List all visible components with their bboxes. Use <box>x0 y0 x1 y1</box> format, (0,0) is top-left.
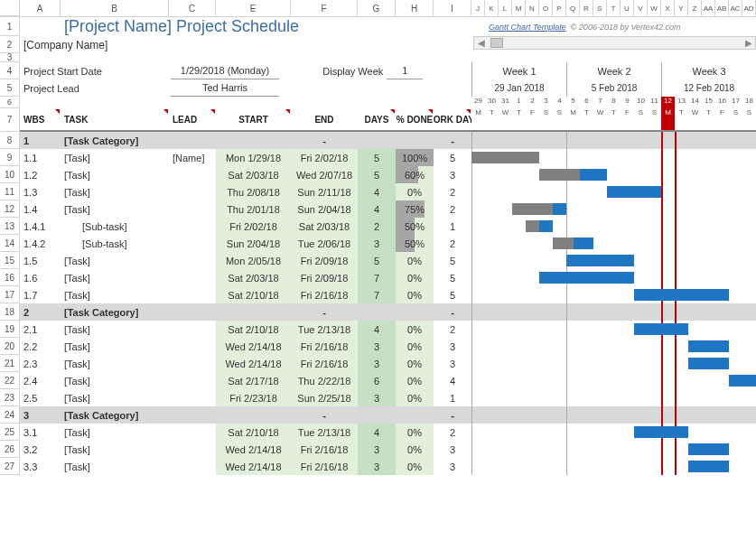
start-cell[interactable]: Sat 2/03/18 <box>216 166 291 183</box>
task-cell[interactable]: [Task] <box>61 166 169 183</box>
lead-cell[interactable] <box>169 235 216 252</box>
start-cell[interactable]: Sun 2/04/18 <box>216 235 291 252</box>
task-cell[interactable]: [Sub-task] <box>61 218 169 235</box>
task-row[interactable]: 263.2[Task]Wed 2/14/18Fri 2/16/1830%3 <box>0 441 756 458</box>
task-cell[interactable]: [Task] <box>61 372 169 389</box>
row-header[interactable]: 26 <box>0 441 20 458</box>
task-row[interactable]: 171.7[Task]Sat 2/10/18Fri 2/16/1870%5 <box>0 286 756 303</box>
work-cell[interactable]: 3 <box>434 441 471 458</box>
start-cell[interactable]: Sat 2/10/18 <box>216 424 291 441</box>
lead-cell[interactable] <box>169 406 216 424</box>
work-cell[interactable]: 2 <box>434 183 471 200</box>
col-header[interactable]: F <box>291 0 358 16</box>
col-header[interactable]: B <box>61 0 169 16</box>
col-header[interactable]: R <box>580 0 593 16</box>
row-header[interactable]: 21 <box>0 355 20 372</box>
wbs-cell[interactable]: 1.7 <box>20 286 61 303</box>
pct-cell[interactable]: 0% <box>396 338 434 355</box>
pct-cell[interactable] <box>396 132 434 149</box>
lead-cell[interactable] <box>169 286 216 303</box>
col-header[interactable]: S <box>593 0 607 16</box>
start-cell[interactable]: Sat 2/10/18 <box>216 321 291 338</box>
task-row[interactable]: 141.4.2[Sub-task]Sun 2/04/18Tue 2/06/183… <box>0 235 756 252</box>
end-cell[interactable]: Fri 2/16/18 <box>291 286 358 303</box>
th-work[interactable]: WORK DAYS <box>434 108 471 132</box>
end-cell[interactable]: Fri 2/09/18 <box>291 252 358 269</box>
col-header[interactable]: AA <box>702 0 715 16</box>
task-row[interactable]: 151.5[Task]Mon 2/05/18Fri 2/09/1850%5 <box>0 252 756 269</box>
end-cell[interactable]: Sun 2/04/18 <box>291 200 358 218</box>
row-header[interactable]: 3 <box>0 53 20 62</box>
category-row[interactable]: 182[Task Category]-- <box>0 303 756 321</box>
days-cell[interactable]: 2 <box>358 218 396 235</box>
scroll-left-icon[interactable]: ◀ <box>474 38 488 48</box>
scroll-thumb[interactable] <box>490 38 503 48</box>
pct-cell[interactable]: 0% <box>396 183 434 200</box>
days-cell[interactable]: 3 <box>358 235 396 252</box>
end-cell[interactable]: Fri 2/02/18 <box>291 149 358 166</box>
days-cell[interactable]: 5 <box>358 166 396 183</box>
task-row[interactable]: 131.4.1[Sub-task]Fri 2/02/18Sat 2/03/182… <box>0 218 756 235</box>
pct-cell[interactable]: 75% <box>396 200 434 218</box>
task-cell[interactable]: [Task] <box>61 183 169 200</box>
wbs-cell[interactable]: 3.3 <box>20 458 61 475</box>
task-cell[interactable]: [Task] <box>61 424 169 441</box>
start-cell[interactable]: Fri 2/23/18 <box>216 389 291 406</box>
pct-cell[interactable]: 0% <box>396 389 434 406</box>
pct-cell[interactable]: 60% <box>396 166 434 183</box>
task-cell[interactable]: [Task] <box>61 252 169 269</box>
end-cell[interactable]: Sun 2/25/18 <box>291 389 358 406</box>
task-row[interactable]: 232.5[Task]Fri 2/23/18Sun 2/25/1830%1 <box>0 389 756 406</box>
days-cell[interactable]: 3 <box>358 389 396 406</box>
lead-cell[interactable] <box>169 252 216 269</box>
wbs-cell[interactable]: 2.1 <box>20 321 61 338</box>
select-all-cell[interactable] <box>0 0 20 16</box>
days-cell[interactable]: 3 <box>358 458 396 475</box>
end-cell[interactable]: Fri 2/16/18 <box>291 441 358 458</box>
task-cell[interactable]: [Task] <box>61 458 169 475</box>
category-row[interactable]: 243[Task Category]-- <box>0 406 756 424</box>
lead-cell[interactable] <box>169 355 216 372</box>
col-header[interactable]: X <box>661 0 675 16</box>
row-header[interactable]: 10 <box>0 166 20 183</box>
lead-cell[interactable] <box>169 389 216 406</box>
th-lead[interactable]: LEAD <box>169 108 216 132</box>
days-cell[interactable]: 4 <box>358 200 396 218</box>
wbs-cell[interactable]: 3.2 <box>20 441 61 458</box>
task-row[interactable]: 101.2[Task]Sat 2/03/18Wed 2/07/18560%3 <box>0 166 756 183</box>
work-cell[interactable]: 5 <box>434 149 471 166</box>
pct-cell[interactable]: 0% <box>396 269 434 286</box>
row-header[interactable]: 14 <box>0 235 20 252</box>
days-cell[interactable] <box>358 303 396 321</box>
work-cell[interactable]: 2 <box>434 200 471 218</box>
task-row[interactable]: 273.3[Task]Wed 2/14/18Fri 2/16/1830%3 <box>0 458 756 475</box>
row-header[interactable]: 5 <box>0 79 20 97</box>
col-header[interactable]: O <box>539 0 553 16</box>
th-pct[interactable]: % DONE <box>396 108 434 132</box>
task-cell[interactable]: [Task] <box>61 441 169 458</box>
display-week-value[interactable]: 1 <box>387 62 423 79</box>
wbs-cell[interactable]: 1.3 <box>20 183 61 200</box>
days-cell[interactable]: 3 <box>358 338 396 355</box>
days-cell[interactable]: 7 <box>358 269 396 286</box>
pct-cell[interactable]: 0% <box>396 424 434 441</box>
wbs-cell[interactable]: 1.4.1 <box>20 218 61 235</box>
start-cell[interactable]: Wed 2/14/18 <box>216 458 291 475</box>
task-cell[interactable]: [Task] <box>61 149 169 166</box>
work-cell[interactable]: 5 <box>434 286 471 303</box>
pct-cell[interactable]: 0% <box>396 372 434 389</box>
wbs-cell[interactable]: 1 <box>20 132 61 149</box>
row-header[interactable]: 17 <box>0 286 20 303</box>
row-header[interactable]: 19 <box>0 321 20 338</box>
start-cell[interactable]: Fri 2/02/18 <box>216 218 291 235</box>
pct-cell[interactable]: 0% <box>396 355 434 372</box>
wbs-cell[interactable]: 1.2 <box>20 166 61 183</box>
start-cell[interactable]: Mon 1/29/18 <box>216 149 291 166</box>
lead-cell[interactable] <box>169 338 216 355</box>
days-cell[interactable]: 6 <box>358 372 396 389</box>
work-cell[interactable]: 5 <box>434 252 471 269</box>
pct-cell[interactable]: 0% <box>396 286 434 303</box>
company-name[interactable]: [Company Name] <box>20 36 291 53</box>
end-cell[interactable]: Fri 2/09/18 <box>291 269 358 286</box>
row-header[interactable]: 12 <box>0 200 20 218</box>
